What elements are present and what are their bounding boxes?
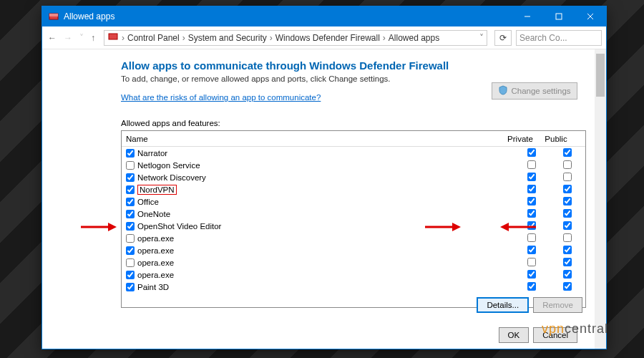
grid-header: Name Private Public — [122, 131, 585, 147]
forward-button[interactable]: → — [62, 33, 74, 43]
row-private-checkbox[interactable] — [527, 233, 536, 242]
table-row[interactable]: opera.exe — [122, 256, 585, 268]
table-row[interactable]: NordVPN — [122, 183, 585, 195]
row-public-checkbox[interactable] — [563, 209, 572, 218]
table-row[interactable]: opera.exe — [122, 268, 585, 281]
col-name[interactable]: Name — [126, 135, 502, 143]
page-heading: Allow apps to communicate through Window… — [121, 59, 586, 72]
breadcrumb-part[interactable]: Windows Defender Firewall — [275, 33, 380, 43]
row-public-checkbox[interactable] — [563, 197, 572, 205]
table-row[interactable]: Narrator — [122, 147, 585, 159]
back-button[interactable]: ← — [47, 33, 58, 43]
row-enable-checkbox[interactable] — [126, 161, 135, 170]
ok-button[interactable]: OK — [499, 327, 530, 343]
table-row[interactable]: Network Discovery — [122, 171, 585, 183]
refresh-button[interactable]: ⟳ — [494, 30, 512, 46]
row-public-checkbox[interactable] — [563, 233, 572, 242]
close-button[interactable] — [575, 6, 606, 26]
table-row[interactable]: OneNote — [122, 208, 585, 220]
row-enable-checkbox[interactable] — [126, 246, 135, 255]
row-name-label: Office — [137, 198, 159, 206]
row-public-checkbox[interactable] — [563, 185, 572, 193]
titlebar: Allowed apps — [42, 6, 606, 26]
row-enable-checkbox[interactable] — [126, 198, 135, 206]
row-name-label: NordVPN — [137, 185, 177, 195]
row-private-checkbox[interactable] — [527, 160, 536, 169]
row-name-label: OneNote — [137, 210, 170, 218]
row-public-checkbox[interactable] — [563, 221, 572, 230]
search-input[interactable]: Search Co... — [516, 30, 602, 46]
row-private-checkbox[interactable] — [527, 270, 536, 279]
remove-button[interactable]: Remove — [533, 297, 582, 313]
row-name-label: Paint 3D — [137, 283, 169, 291]
window: Allowed apps ← → ˅ ↑ › Control Panel › S… — [42, 6, 607, 349]
annotation-arrow-left — [81, 221, 117, 233]
table-row[interactable]: opera.exe — [122, 232, 585, 244]
recent-dropdown[interactable]: ˅ — [78, 33, 85, 43]
row-private-checkbox[interactable] — [527, 221, 536, 230]
search-placeholder: Search Co... — [519, 33, 567, 43]
row-enable-checkbox[interactable] — [126, 173, 135, 182]
breadcrumb[interactable]: › Control Panel › System and Security › … — [104, 30, 487, 46]
grid-body[interactable]: NarratorNetlogon ServiceNetwork Discover… — [122, 147, 585, 293]
svg-rect-6 — [109, 34, 117, 39]
row-public-checkbox[interactable] — [563, 258, 572, 266]
breadcrumb-icon — [107, 31, 119, 44]
row-private-checkbox[interactable] — [527, 197, 536, 205]
table-row[interactable]: OpenShot Video Editor — [122, 220, 585, 232]
maximize-button[interactable] — [543, 6, 575, 26]
row-public-checkbox[interactable] — [563, 282, 572, 291]
watermark: vpncentral — [542, 321, 608, 337]
table-row[interactable]: Paint 3D — [122, 281, 585, 293]
row-public-checkbox[interactable] — [563, 160, 572, 169]
row-private-checkbox[interactable] — [527, 173, 536, 181]
chevron-right-icon: › — [270, 33, 273, 43]
chevron-right-icon: › — [383, 33, 386, 43]
col-private[interactable]: Private — [502, 135, 538, 143]
row-private-checkbox[interactable] — [527, 185, 536, 193]
row-public-checkbox[interactable] — [563, 173, 572, 181]
table-row[interactable]: Office — [122, 195, 585, 208]
row-public-checkbox[interactable] — [563, 246, 572, 254]
row-private-checkbox[interactable] — [527, 209, 536, 218]
page-scrollbar[interactable] — [595, 49, 606, 349]
row-enable-checkbox[interactable] — [126, 271, 135, 279]
chevron-right-icon: › — [122, 33, 125, 43]
address-bar: ← → ˅ ↑ › Control Panel › System and Sec… — [42, 26, 606, 49]
breadcrumb-part[interactable]: Control Panel — [127, 33, 180, 43]
row-private-checkbox[interactable] — [527, 258, 536, 266]
row-private-checkbox[interactable] — [527, 148, 536, 157]
change-settings-label: Change settings — [511, 87, 570, 95]
chevron-right-icon: › — [182, 33, 185, 43]
row-name-label: Narrator — [137, 149, 167, 158]
row-enable-checkbox[interactable] — [126, 149, 135, 158]
risks-link[interactable]: What are the risks of allowing an app to… — [121, 93, 321, 102]
window-title: Allowed apps — [64, 11, 512, 21]
row-enable-checkbox[interactable] — [126, 234, 135, 243]
table-row[interactable]: Netlogon Service — [122, 159, 585, 171]
row-public-checkbox[interactable] — [563, 270, 572, 279]
row-enable-checkbox[interactable] — [126, 258, 135, 267]
firewall-icon — [48, 11, 59, 22]
row-enable-checkbox[interactable] — [126, 210, 135, 218]
shield-icon — [498, 85, 508, 97]
row-enable-checkbox[interactable] — [126, 222, 135, 231]
row-enable-checkbox[interactable] — [126, 283, 135, 291]
content-area: Allow apps to communicate through Window… — [42, 49, 606, 349]
change-settings-button[interactable]: Change settings — [492, 82, 577, 100]
minimize-button[interactable] — [512, 6, 543, 26]
details-button[interactable]: Details... — [477, 297, 529, 313]
row-private-checkbox[interactable] — [527, 246, 536, 254]
table-row[interactable]: opera.exe — [122, 244, 585, 256]
col-public[interactable]: Public — [538, 135, 574, 143]
chevron-down-icon[interactable]: ˅ — [479, 33, 484, 43]
row-name-label: opera.exe — [137, 234, 174, 243]
allowed-apps-grid: Name Private Public NarratorNetlogon Ser… — [121, 130, 586, 308]
svg-rect-3 — [556, 14, 562, 19]
row-enable-checkbox[interactable] — [126, 185, 135, 194]
breadcrumb-part[interactable]: Allowed apps — [389, 33, 439, 43]
row-private-checkbox[interactable] — [527, 282, 536, 291]
breadcrumb-part[interactable]: System and Security — [188, 33, 267, 43]
row-public-checkbox[interactable] — [563, 148, 572, 157]
up-button[interactable]: ↑ — [89, 33, 97, 43]
